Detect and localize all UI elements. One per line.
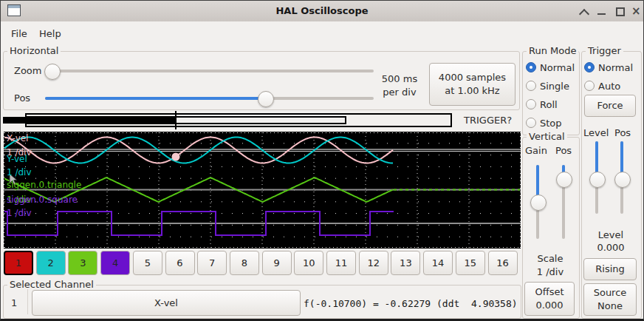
channel-button-11[interactable]: 11 <box>326 251 356 275</box>
minimize-icon <box>597 13 606 15</box>
trigger-position-marker <box>175 111 177 129</box>
channel-button-7[interactable]: 7 <box>197 251 227 275</box>
level-readout-label: Level <box>581 229 640 241</box>
channel-button-4[interactable]: 4 <box>100 251 130 275</box>
selected-channel-number: 1 <box>11 297 17 308</box>
radio-option-stop[interactable]: Stop <box>526 114 562 132</box>
channel-button-3[interactable]: 3 <box>68 251 97 275</box>
trigger-level-label: Level <box>583 127 609 138</box>
vertical-legend: Vertical <box>527 131 567 142</box>
channel-source-button[interactable]: X-vel <box>32 290 301 316</box>
offset-value: 0.000 <box>535 299 563 312</box>
radio-label: Auto <box>598 81 620 92</box>
record-length-button[interactable]: 4000 samples at 1.00 kHz <box>429 63 515 106</box>
menu-file[interactable]: File <box>8 27 30 41</box>
radio-option-single[interactable]: Single <box>526 77 569 95</box>
channel-button-13[interactable]: 13 <box>391 251 420 275</box>
pos-label: Pos <box>14 92 30 104</box>
offset-button[interactable]: Offset 0.000 <box>524 282 575 316</box>
radio-icon[interactable] <box>526 99 536 109</box>
menu-help[interactable]: Help <box>36 27 64 41</box>
scope-channel-scale: 1 /div <box>7 209 32 218</box>
close-button[interactable]: × <box>629 4 644 18</box>
horizontal-legend: Horizontal <box>7 45 61 56</box>
trigger-level-readout: Level 0.000 <box>581 229 640 254</box>
channel-button-6[interactable]: 6 <box>165 251 195 275</box>
radio-icon[interactable] <box>526 62 536 72</box>
maximize-button[interactable] <box>612 4 627 18</box>
gain-slider[interactable] <box>530 165 545 239</box>
zoom-slider[interactable] <box>45 64 374 78</box>
channel-button-9[interactable]: 9 <box>262 251 292 275</box>
vertical-pos-slider[interactable] <box>556 165 571 239</box>
samples-line2: at 1.00 kHz <box>445 84 499 98</box>
shade-icon <box>579 9 589 19</box>
selected-channel-legend: Selected Channel <box>7 279 96 290</box>
source-label: Source <box>594 286 627 300</box>
scope-display: X-vel1 /divY-vel1 /divsiggen.0.triangle1… <box>4 132 521 249</box>
scale-value: 1 /div <box>522 266 578 279</box>
scope-channel-name: siggen.0.square <box>7 195 78 205</box>
channel-button-14[interactable]: 14 <box>423 251 453 275</box>
menubar: File Help <box>1 21 643 44</box>
radio-icon[interactable] <box>526 118 536 128</box>
scope-canvas <box>4 132 521 249</box>
trigger-source-button[interactable]: Source None <box>583 283 637 316</box>
scope-channel-name: siggen.0.triangle <box>7 180 81 190</box>
force-button[interactable]: Force <box>584 95 636 117</box>
trigger-legend: Trigger <box>586 45 623 56</box>
trigger-pos-slider[interactable] <box>614 141 629 214</box>
horizontal-pos-slider[interactable] <box>45 91 374 106</box>
samples-line1: 4000 samples <box>439 71 506 84</box>
channel-button-5[interactable]: 5 <box>133 251 162 275</box>
channel-button-16[interactable]: 16 <box>488 251 518 275</box>
rate-line1: 500 ms <box>376 72 423 86</box>
trigger-pos-handle[interactable] <box>614 172 631 188</box>
rate-line2: per div <box>376 86 423 99</box>
gain-label: Gain <box>525 145 547 156</box>
gain-slider-handle[interactable] <box>530 195 547 211</box>
channel-button-12[interactable]: 12 <box>359 251 388 275</box>
maximize-icon <box>616 7 625 16</box>
radio-label: Normal <box>598 62 633 73</box>
record-filled-bar <box>3 117 176 124</box>
minimize-button[interactable] <box>595 4 609 18</box>
radio-label: Roll <box>540 99 558 110</box>
zoom-slider-handle[interactable] <box>44 64 61 80</box>
source-value: None <box>597 300 623 313</box>
titlebar: HAL Oscilloscope × <box>1 1 643 22</box>
channel-button-2[interactable]: 2 <box>36 251 66 275</box>
vertical-pos-handle[interactable] <box>556 172 572 188</box>
scale-label: Scale <box>522 252 578 266</box>
close-icon: × <box>631 4 641 18</box>
channel-button-15[interactable]: 15 <box>456 251 485 275</box>
radio-icon[interactable] <box>526 81 536 91</box>
sample-rate-readout: 500 ms per div <box>376 72 423 99</box>
pos-slider-handle[interactable] <box>258 91 274 107</box>
trigger-level-slider[interactable] <box>589 141 604 214</box>
radio-icon[interactable] <box>584 62 595 72</box>
trigger-edge-button[interactable]: Rising <box>583 258 637 280</box>
radio-option-auto[interactable]: Auto <box>584 77 620 95</box>
pos-slider-fill <box>45 97 265 100</box>
zoom-slider-track <box>45 70 374 72</box>
trigger-status-label: TRIGGER? <box>464 115 512 126</box>
channel-button-8[interactable]: 8 <box>230 251 259 275</box>
radio-option-roll[interactable]: Roll <box>526 95 558 113</box>
radio-label: Single <box>540 81 569 92</box>
channel-button-10[interactable]: 10 <box>294 251 323 275</box>
radio-icon[interactable] <box>584 81 595 91</box>
shade-button[interactable] <box>577 4 592 18</box>
window-title: HAL Oscilloscope <box>1 5 643 16</box>
trigger-point-marker <box>172 153 180 161</box>
level-readout-value: 0.000 <box>581 241 640 254</box>
radio-label: Stop <box>540 118 562 129</box>
radio-option-normal[interactable]: Normal <box>526 58 575 76</box>
trigger-level-handle[interactable] <box>589 172 606 188</box>
vertical-pos-label: Pos <box>555 145 572 156</box>
scope-channel-scale: 1 /div <box>7 168 32 178</box>
radio-option-normal[interactable]: Normal <box>584 58 633 76</box>
channel-button-1[interactable]: 1 <box>4 251 33 275</box>
offset-label: Offset <box>535 285 564 299</box>
radio-label: Normal <box>540 62 575 73</box>
